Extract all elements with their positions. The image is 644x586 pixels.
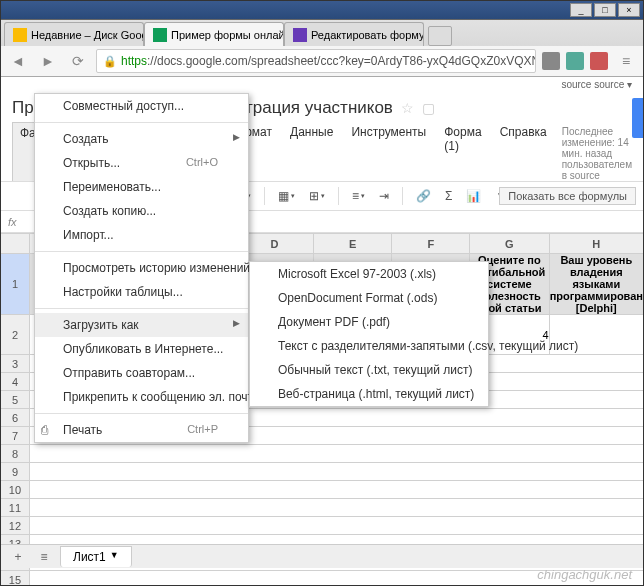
reload-button[interactable]: ⟳ — [66, 49, 90, 73]
sheet-tab-label: Лист1 — [73, 550, 106, 564]
menu-new[interactable]: Создать▶ — [35, 127, 248, 151]
folder-icon[interactable]: ▢ — [422, 100, 435, 116]
tab-title: Пример формы онлайн реги — [171, 29, 284, 41]
row-header-2[interactable]: 2 — [1, 315, 30, 355]
last-edit-text: Последнее изменение: 14 мин. назад польз… — [562, 126, 632, 181]
row-header[interactable]: 8 — [1, 445, 30, 463]
submenu-ods[interactable]: OpenDocument Format (.ods) — [250, 286, 488, 310]
fx-label: fx — [8, 216, 17, 228]
star-icon[interactable]: ☆ — [401, 100, 414, 116]
window-titlebar: _ □ × — [0, 0, 644, 20]
row-header[interactable]: 4 — [1, 373, 30, 391]
row-header[interactable]: 12 — [1, 517, 30, 535]
lock-icon: 🔒 — [103, 55, 117, 68]
row-header-1[interactable]: 1 — [1, 254, 30, 315]
address-bar[interactable]: 🔒 https ://docs.google.com/spreadsheet/c… — [96, 49, 536, 73]
all-sheets-button[interactable]: ≡ — [34, 550, 54, 564]
row-header[interactable]: 5 — [1, 391, 30, 409]
menu-separator — [35, 251, 248, 252]
fill-color-button[interactable]: ▦▾ — [273, 186, 300, 206]
menu-form[interactable]: Форма (1) — [437, 122, 488, 181]
chevron-down-icon[interactable]: ▼ — [110, 550, 119, 564]
new-tab-button[interactable] — [428, 26, 452, 46]
cell[interactable] — [29, 463, 643, 481]
menu-settings[interactable]: Настройки таблицы... — [35, 280, 248, 304]
row-header[interactable]: 3 — [1, 355, 30, 373]
menu-history[interactable]: Просмотреть историю измененийAlt+Ctrl+G — [35, 256, 248, 280]
menu-copy[interactable]: Создать копию... — [35, 199, 248, 223]
cell[interactable] — [29, 517, 643, 535]
link-button[interactable]: 🔗 — [411, 186, 436, 206]
menu-button[interactable]: ≡ — [614, 49, 638, 73]
menu-publish[interactable]: Опубликовать в Интернете... — [35, 337, 248, 361]
browser-tabs: Недавние – Диск Google Пример формы онла… — [0, 20, 644, 46]
menu-separator — [35, 308, 248, 309]
print-icon: ⎙ — [41, 423, 55, 437]
extension-icon[interactable] — [590, 52, 608, 70]
menu-download-as[interactable]: Загрузить как▶ — [35, 313, 248, 337]
forward-button[interactable]: ► — [36, 49, 60, 73]
source-label: source source ▾ — [0, 77, 644, 92]
menu-data[interactable]: Данные — [283, 122, 340, 181]
cell[interactable]: Ваш уровень владения языками программиро… — [549, 254, 643, 315]
menu-open[interactable]: Открыть...Ctrl+O — [35, 151, 248, 175]
back-button[interactable]: ◄ — [6, 49, 30, 73]
submenu-xls[interactable]: Microsoft Excel 97-2003 (.xls) — [250, 262, 488, 286]
menu-email-attach[interactable]: Прикрепить к сообщению эл. почты... — [35, 385, 248, 409]
menu-help[interactable]: Справка — [493, 122, 554, 181]
col-header-h[interactable]: H — [549, 234, 643, 254]
select-all-corner[interactable] — [1, 234, 30, 254]
window-close[interactable]: × — [618, 3, 640, 17]
col-header-g[interactable]: G — [470, 234, 550, 254]
window-maximize[interactable]: □ — [594, 3, 616, 17]
submenu-txt[interactable]: Обычный текст (.txt, текущий лист) — [250, 358, 488, 382]
wrap-button[interactable]: ⇥ — [374, 186, 394, 206]
row-header[interactable]: 10 — [1, 481, 30, 499]
url-protocol: https — [121, 54, 147, 68]
cell[interactable] — [29, 481, 643, 499]
menu-send-coauthors[interactable]: Отправить соавторам... — [35, 361, 248, 385]
browser-tab-drive[interactable]: Недавние – Диск Google — [4, 22, 144, 46]
cell[interactable] — [29, 499, 643, 517]
submenu-csv[interactable]: Текст с разделителями-запятыми (.csv, те… — [250, 334, 488, 358]
chevron-right-icon: ▶ — [233, 318, 240, 328]
extension-icon[interactable] — [566, 52, 584, 70]
sheet-tabs-bar: + ≡ Лист1 ▼ — [0, 544, 644, 568]
col-header-f[interactable]: F — [392, 234, 470, 254]
menu-import[interactable]: Импорт... — [35, 223, 248, 247]
menu-rename[interactable]: Переименовать... — [35, 175, 248, 199]
menu-print[interactable]: ⎙ПечатьCtrl+P — [35, 418, 248, 442]
menu-separator — [35, 413, 248, 414]
browser-tab-sheets[interactable]: Пример формы онлайн реги × — [144, 22, 284, 46]
row-header[interactable]: 9 — [1, 463, 30, 481]
col-header-e[interactable]: E — [313, 234, 392, 254]
menu-share[interactable]: Совместный доступ... — [35, 94, 248, 118]
add-sheet-button[interactable]: + — [8, 550, 28, 564]
file-menu-dropdown: Совместный доступ... Создать▶ Открыть...… — [34, 93, 249, 443]
window-minimize[interactable]: _ — [570, 3, 592, 17]
cell[interactable] — [29, 445, 643, 463]
chart-button[interactable]: 📊 — [461, 186, 486, 206]
share-button[interactable]: 🔒 Предоставить доступ — [632, 98, 644, 138]
download-as-submenu: Microsoft Excel 97-2003 (.xls) OpenDocum… — [249, 261, 489, 407]
browser-tab-forms[interactable]: Редактировать форму – Пр × — [284, 22, 424, 46]
tab-title: Редактировать форму – Пр — [311, 29, 424, 41]
row-header[interactable]: 11 — [1, 499, 30, 517]
submenu-html[interactable]: Веб-страница (.html, текущий лист) — [250, 382, 488, 406]
row-header[interactable]: 6 — [1, 409, 30, 427]
menu-tools[interactable]: Инструменты — [344, 122, 433, 181]
row-header[interactable]: 7 — [1, 427, 30, 445]
url-path: ://docs.google.com/spreadsheet/ccc?key=0… — [147, 54, 536, 68]
align-button[interactable]: ≡▾ — [347, 186, 370, 206]
sheet-tab[interactable]: Лист1 ▼ — [60, 546, 132, 567]
browser-chrome: _ □ × Недавние – Диск Google Пример форм… — [0, 0, 644, 77]
functions-button[interactable]: Σ — [440, 186, 457, 206]
address-row: ◄ ► ⟳ 🔒 https ://docs.google.com/spreads… — [0, 46, 644, 76]
extension-icon[interactable] — [542, 52, 560, 70]
show-formulas-button[interactable]: Показать все формулы — [499, 187, 636, 205]
watermark: chingachguk.net — [537, 567, 632, 582]
row-header[interactable]: 15 — [1, 571, 30, 587]
submenu-pdf[interactable]: Документ PDF (.pdf) — [250, 310, 488, 334]
borders-button[interactable]: ⊞▾ — [304, 186, 330, 206]
sheets-icon — [153, 28, 167, 42]
